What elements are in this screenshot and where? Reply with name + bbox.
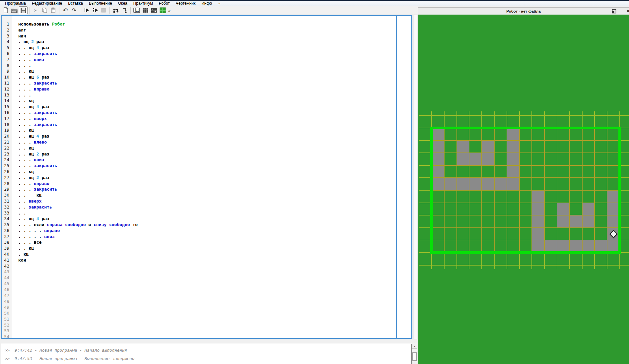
line-number: 12	[2, 86, 12, 92]
line-number: 42	[2, 263, 12, 269]
step-into-button[interactable]	[120, 7, 128, 14]
code-text-area[interactable]: использовать Роботалгнач. нц 2 раз. . нц…	[12, 16, 411, 338]
code-line: . кц	[18, 251, 411, 257]
toolbar-separator	[130, 7, 131, 14]
new-file-icon	[3, 7, 9, 13]
menu-item[interactable]: Вставка	[65, 1, 86, 6]
line-number: 23	[2, 151, 12, 157]
line-number: 39	[2, 245, 12, 251]
show-grid-window-button[interactable]	[141, 7, 149, 14]
line-number: 53	[2, 328, 12, 334]
code-line: . . нц 4 раз	[18, 45, 411, 51]
line-number: 13	[2, 92, 12, 98]
save-icon	[21, 8, 26, 13]
cut-button[interactable]: ✂	[32, 7, 40, 14]
line-number: 21	[2, 139, 12, 145]
line-number: 29	[2, 186, 12, 192]
menu-item[interactable]: Редактирование	[29, 1, 65, 6]
console-cursor	[218, 345, 218, 363]
run-icon	[83, 7, 90, 13]
new-file-button[interactable]	[2, 7, 10, 14]
toolbar-overflow-chevron[interactable]: »	[168, 8, 171, 13]
code-editor[interactable]: 1234567891011121314151617181920212223242…	[1, 15, 412, 339]
cut-icon: ✂	[34, 8, 38, 13]
menu-item[interactable]: Выполнение	[86, 1, 115, 6]
show-field-editor-button[interactable]	[159, 7, 167, 14]
line-number-gutter: 1234567891011121314151617181920212223242…	[2, 16, 12, 339]
robot-field[interactable]	[418, 15, 629, 364]
line-number: 4	[2, 39, 12, 45]
code-line: . . кц	[18, 169, 411, 175]
line-number: 11	[2, 80, 12, 86]
scroll-up-arrow-icon[interactable]: ▲	[412, 344, 417, 349]
clipped-close-icon[interactable]: ✕	[626, 9, 629, 14]
line-number: 26	[2, 169, 12, 175]
code-line: . . . если справа свободно и снизу свобо…	[18, 222, 411, 228]
line-number: 19	[2, 127, 12, 133]
toolbar-separator	[109, 7, 110, 14]
line-number: 45	[2, 281, 12, 287]
save-button[interactable]	[19, 6, 28, 14]
menu-item[interactable]: Чертежник	[173, 1, 199, 6]
toolbar: ✂ ↶ ↷	[0, 6, 418, 15]
code-line: . . кц	[18, 98, 411, 104]
line-number: 17	[2, 116, 12, 122]
menu-item[interactable]: Окна	[115, 1, 130, 6]
code-line: . . . вправо	[18, 181, 411, 187]
code-line: нач	[18, 33, 411, 39]
paste-button[interactable]	[49, 7, 57, 14]
show-robot-window-button[interactable]	[150, 7, 158, 14]
menu-item[interactable]: Инфо	[198, 1, 215, 6]
code-line: . . кц	[18, 127, 411, 133]
step-over-button[interactable]	[112, 7, 120, 14]
line-number: 10	[2, 74, 12, 80]
code-line: . . нц 2 раз	[18, 175, 411, 181]
grid-window-icon	[142, 7, 149, 13]
code-line: . . . вверх	[18, 116, 411, 122]
run-step-icon	[92, 7, 98, 13]
code-line: . . вверх	[18, 198, 411, 204]
stop-button[interactable]	[100, 7, 107, 14]
scroll-down-arrow-icon[interactable]: ▼	[412, 362, 417, 364]
editor-scrollbar[interactable]	[414, 15, 417, 339]
open-file-button[interactable]	[10, 7, 18, 14]
line-number: 38	[2, 239, 12, 245]
line-number: 49	[2, 304, 12, 310]
code-line: . . . вниз	[18, 157, 411, 163]
copy-button[interactable]	[40, 7, 48, 14]
undo-icon: ↶	[63, 8, 68, 13]
code-line: . . нц 4 раз	[18, 133, 411, 139]
code-line: . . нц 6 раз	[18, 74, 411, 80]
line-number: 14	[2, 98, 12, 104]
step-over-icon	[112, 7, 119, 13]
robot-window-titlebar[interactable]: Робот - нет файла ✕	[418, 7, 629, 15]
undo-button[interactable]: ↶	[61, 7, 69, 14]
line-number: 40	[2, 251, 12, 257]
console-scrollbar[interactable]: ▲ ▼	[412, 344, 417, 364]
step-into-icon	[121, 7, 128, 13]
robot-window-title: Робот - нет файла	[506, 9, 540, 13]
scrollbar-thumb[interactable]	[412, 352, 417, 361]
line-number: 43	[2, 269, 12, 275]
menu-item[interactable]: Робот	[156, 1, 173, 6]
code-line: . . кц	[18, 145, 411, 151]
code-line: кон	[18, 257, 411, 263]
line-number: 16	[2, 110, 12, 116]
line-number: 44	[2, 275, 12, 281]
line-number: 48	[2, 298, 12, 304]
run-step-button[interactable]	[91, 7, 99, 14]
line-number: 46	[2, 287, 12, 293]
menu-item[interactable]: Практикум	[130, 1, 156, 6]
margin-values-icon: 10	[133, 7, 140, 13]
code-line: . . нц 4 раз	[18, 216, 411, 222]
menu-item[interactable]: Программа	[2, 1, 29, 6]
code-line: использовать Робот	[18, 21, 411, 27]
line-number: 34	[2, 216, 12, 222]
show-margin-values-button[interactable]: 10	[133, 7, 141, 14]
redo-button[interactable]: ↷	[70, 7, 78, 14]
run-button[interactable]	[82, 7, 90, 14]
console-line: >> 9:47:42 - Новая программа - Начало вы…	[5, 347, 411, 355]
line-number: 32	[2, 204, 12, 210]
undock-window-icon[interactable]	[612, 9, 616, 14]
menu-item[interactable]: »	[215, 1, 223, 6]
